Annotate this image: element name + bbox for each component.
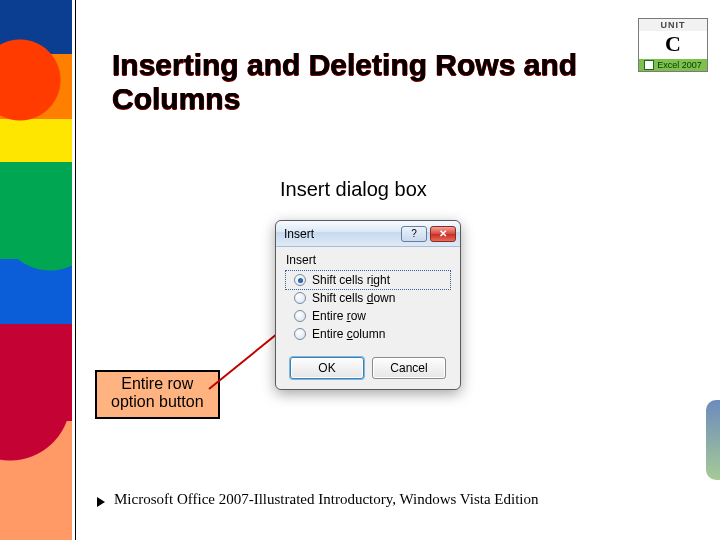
insert-dialog: Insert ? ✕ Insert Shift cells rightShift… bbox=[275, 220, 461, 390]
radio-label: Shift cells down bbox=[312, 291, 395, 305]
page-title: Inserting and Deleting Rows and Columns bbox=[112, 48, 632, 115]
vertical-rule bbox=[75, 0, 76, 540]
dialog-options: Shift cells rightShift cells downEntire … bbox=[286, 271, 450, 343]
radio-label: Shift cells right bbox=[312, 273, 390, 287]
footer-text: Microsoft Office 2007-Illustrated Introd… bbox=[114, 491, 539, 508]
unit-badge-product: Excel 2007 bbox=[639, 59, 707, 71]
callout-entire-row: Entire row option button bbox=[95, 370, 220, 419]
dialog-titlebar[interactable]: Insert ? ✕ bbox=[276, 221, 460, 247]
radio-option[interactable]: Shift cells right bbox=[286, 271, 450, 289]
radio-indicator bbox=[294, 310, 306, 322]
radio-option[interactable]: Entire row bbox=[286, 307, 450, 325]
dialog-body: Insert Shift cells rightShift cells down… bbox=[276, 247, 460, 353]
close-button[interactable]: ✕ bbox=[430, 226, 456, 242]
unit-badge: UNIT C Excel 2007 bbox=[638, 18, 708, 72]
excel-icon bbox=[644, 60, 654, 70]
help-icon: ? bbox=[411, 228, 417, 239]
radio-label: Entire row bbox=[312, 309, 366, 323]
unit-badge-top: UNIT bbox=[639, 19, 707, 31]
radio-label: Entire column bbox=[312, 327, 385, 341]
radio-indicator bbox=[294, 328, 306, 340]
unit-badge-letter: C bbox=[639, 31, 707, 59]
radio-indicator bbox=[294, 292, 306, 304]
close-icon: ✕ bbox=[439, 228, 447, 239]
radio-indicator bbox=[294, 274, 306, 286]
help-button[interactable]: ? bbox=[401, 226, 427, 242]
decorative-art-blob bbox=[706, 400, 720, 480]
figure-caption: Insert dialog box bbox=[280, 178, 427, 201]
radio-option[interactable]: Shift cells down bbox=[286, 289, 450, 307]
dialog-title: Insert bbox=[284, 227, 401, 241]
callout-line-1: Entire row bbox=[121, 375, 193, 392]
dialog-actions: OK Cancel bbox=[276, 353, 460, 389]
unit-badge-product-label: Excel 2007 bbox=[657, 60, 702, 70]
footer-marker-icon bbox=[96, 494, 106, 506]
ok-button[interactable]: OK bbox=[290, 357, 364, 379]
decorative-art-stripe bbox=[0, 0, 72, 540]
radio-option[interactable]: Entire column bbox=[286, 325, 450, 343]
callout-line-2: option button bbox=[111, 393, 204, 411]
dialog-group-label: Insert bbox=[286, 253, 450, 267]
cancel-button[interactable]: Cancel bbox=[372, 357, 446, 379]
